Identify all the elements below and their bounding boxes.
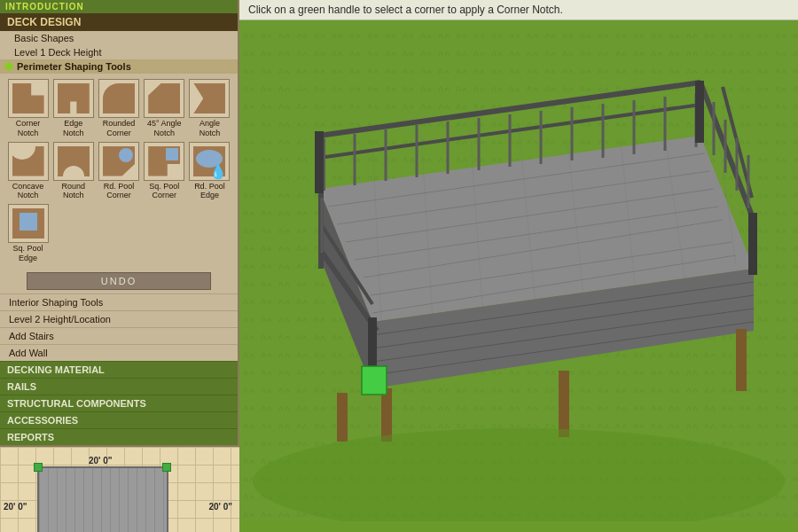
section-reports[interactable]: REPORTS	[0, 428, 238, 445]
right-panel: Click on a green handle to select a corn…	[239, 0, 798, 532]
section-accessories[interactable]: ACCESSORIES	[0, 411, 238, 428]
tool-sq-pool-edge[interactable]: Sq. PoolEdge	[7, 204, 49, 263]
tree-level1-height[interactable]: Level 1 Deck Height	[0, 45, 238, 59]
3d-scene-svg	[239, 20, 798, 521]
tool-angle-notch[interactable]: AngleNotch	[189, 79, 231, 138]
menu-add-stairs[interactable]: Add Stairs	[0, 327, 238, 344]
introduction-bar: INTRODUCTION	[0, 0, 238, 13]
diamond-icon	[4, 61, 13, 71]
section-headers: DECKING MATERIAL RAILS STRUCTURAL COMPON…	[0, 361, 238, 445]
mini-deck-shape	[37, 466, 168, 532]
svg-rect-58	[736, 329, 747, 391]
menu-interior-shaping[interactable]: Interior Shaping Tools	[0, 293, 238, 310]
tool-grid: CornerNotch EdgeNotch RoundedCorner 45° …	[0, 74, 238, 269]
svg-rect-52	[315, 131, 324, 193]
tool-rounded-corner[interactable]: RoundedCorner	[98, 79, 139, 138]
mini-label-top: 20' 0"	[89, 456, 113, 466]
svg-rect-53	[695, 81, 704, 143]
introduction-label: INTRODUCTION	[5, 2, 84, 12]
tool-rd-pool-edge[interactable]: 💧 Rd. PoolEdge	[189, 142, 231, 201]
perimeter-tools-bar[interactable]: Perimeter Shaping Tools	[0, 59, 238, 74]
svg-rect-54	[748, 213, 757, 275]
mini-handle-tr[interactable]	[162, 463, 171, 472]
menu-add-wall[interactable]: Add Wall	[0, 344, 238, 361]
section-decking-material[interactable]: DECKING MATERIAL	[0, 361, 238, 378]
perimeter-label: Perimeter Shaping Tools	[17, 61, 131, 72]
mini-map: 20' 0" 20' 0" 20' 0"	[0, 445, 239, 532]
tool-edge-notch[interactable]: EdgeNotch	[52, 79, 94, 138]
tool-concave-notch[interactable]: ConcaveNotch	[7, 142, 49, 201]
svg-rect-59	[337, 393, 348, 442]
tree-items: Basic Shapes Level 1 Deck Height Perimet…	[0, 31, 238, 74]
tool-sq-pool-corner[interactable]: Sq. PoolCorner	[144, 142, 185, 201]
svg-rect-60	[362, 366, 387, 395]
bottom-menu: Interior Shaping Tools Level 2 Height/Lo…	[0, 293, 238, 361]
deck-design-label: DECK DESIGN	[7, 16, 81, 28]
tool-corner-notch[interactable]: CornerNotch	[7, 79, 49, 138]
instruction-bar: Click on a green handle to select a corn…	[239, 0, 798, 20]
svg-rect-57	[559, 371, 569, 437]
mini-handle-tl[interactable]	[34, 463, 43, 472]
menu-level2-height[interactable]: Level 2 Height/Location	[0, 310, 238, 327]
left-panel: INTRODUCTION DECK DESIGN Basic Shapes Le…	[0, 0, 239, 532]
tool-round-notch[interactable]: RoundNotch	[52, 142, 94, 201]
deck-design-bar: DECK DESIGN	[0, 13, 238, 31]
section-rails[interactable]: RAILS	[0, 378, 238, 395]
mini-label-left: 20' 0"	[4, 502, 27, 512]
section-structural[interactable]: STRUCTURAL COMPONENTS	[0, 395, 238, 411]
svg-rect-56	[381, 388, 392, 442]
tool-45-angle[interactable]: 45° AngleNotch	[144, 79, 185, 138]
3d-viewport[interactable]	[239, 20, 798, 521]
mini-label-right: 20' 0"	[208, 502, 232, 512]
undo-button[interactable]: UNDO	[27, 272, 211, 290]
instruction-text: Click on a green handle to select a corn…	[248, 4, 563, 16]
tree-basic-shapes[interactable]: Basic Shapes	[0, 31, 238, 45]
tool-rd-pool-corner[interactable]: Rd. PoolCorner	[98, 142, 139, 201]
